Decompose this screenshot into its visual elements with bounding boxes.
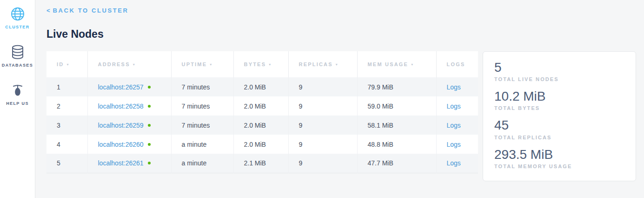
table-row: 2 localhost:26258 7 minutes 2.0 MiB 9 59… (46, 96, 478, 116)
sort-arrow-icon: ▾ (66, 62, 69, 67)
address-cell: localhost:26260 (87, 135, 171, 154)
sort-arrow-icon: ▾ (336, 62, 339, 67)
summary-label: TOTAL BYTES (494, 105, 624, 111)
chevron-left-icon: < (46, 7, 50, 14)
summary-total-live-nodes: 5 TOTAL LIVE NODES (494, 60, 624, 82)
column-header-mem-usage[interactable]: MEM USAGE▾ (357, 51, 436, 77)
address-link[interactable]: localhost:26259 (98, 122, 144, 129)
sort-arrow-icon: ▾ (133, 62, 136, 67)
uptime-cell: 7 minutes (171, 77, 233, 96)
node-live-icon (148, 105, 151, 108)
cluster-summary-card: 5 TOTAL LIVE NODES 10.2 MiB TOTAL BYTES … (483, 51, 636, 181)
bytes-cell: 2.0 MiB (233, 135, 288, 154)
address-link[interactable]: localhost:26257 (98, 83, 144, 91)
databases-icon (11, 45, 24, 60)
node-live-icon (148, 143, 151, 146)
summary-label: TOTAL MEMORY USAGE (494, 164, 624, 169)
node-live-icon (148, 162, 151, 164)
logs-cell: Logs (436, 77, 478, 96)
replicas-cell: 9 (288, 154, 357, 173)
bytes-cell: 2.0 MiB (233, 116, 288, 135)
address-cell: localhost:26259 (87, 116, 171, 135)
summary-total-replicas: 45 TOTAL REPLICAS (494, 118, 624, 140)
column-header-bytes[interactable]: BYTES▾ (233, 51, 288, 77)
bytes-cell: 2.0 MiB (233, 96, 288, 116)
logs-cell: Logs (436, 116, 478, 135)
column-header-logs: LOGS (436, 51, 478, 77)
main-content: <BACK TO CLUSTER Live Nodes ID▾ ADDRESS▾… (35, 0, 644, 198)
address-link[interactable]: localhost:26261 (98, 159, 144, 167)
summary-label: TOTAL LIVE NODES (494, 76, 624, 82)
uptime-cell: a minute (171, 154, 233, 173)
sidebar-item-cluster[interactable]: CLUSTER (5, 7, 29, 29)
sidebar: CLUSTER DATABASES HELP US (0, 0, 35, 198)
logs-link[interactable]: Logs (447, 102, 461, 110)
bug-icon (12, 83, 23, 98)
logs-link[interactable]: Logs (447, 122, 461, 129)
back-to-cluster-link[interactable]: <BACK TO CLUSTER (46, 7, 129, 14)
table-row: 5 localhost:26261 a minute 2.1 MiB 9 47.… (46, 154, 478, 173)
id-cell: 1 (46, 77, 87, 96)
address-link[interactable]: localhost:26260 (98, 141, 144, 148)
summary-total-bytes: 10.2 MiB TOTAL BYTES (494, 89, 624, 111)
replicas-cell: 9 (288, 135, 357, 154)
mem-usage-cell: 79.9 MiB (357, 77, 436, 96)
id-cell: 2 (46, 96, 87, 116)
logs-cell: Logs (436, 135, 478, 154)
column-header-uptime[interactable]: UPTIME▾ (171, 51, 233, 77)
summary-value: 293.5 MiB (494, 147, 624, 162)
mem-usage-cell: 59.0 MiB (357, 96, 436, 116)
uptime-cell: 7 minutes (171, 96, 233, 116)
replicas-cell: 9 (288, 77, 357, 96)
uptime-cell: 7 minutes (171, 116, 233, 135)
column-header-address[interactable]: ADDRESS▾ (87, 51, 171, 77)
table-row: 1 localhost:26257 7 minutes 2.0 MiB 9 79… (46, 77, 478, 96)
logs-link[interactable]: Logs (447, 83, 461, 91)
sidebar-item-label: HELP US (6, 101, 29, 106)
logs-link[interactable]: Logs (447, 141, 461, 148)
column-header-replicas[interactable]: REPLICAS▾ (288, 51, 357, 77)
sidebar-item-help-us[interactable]: HELP US (6, 83, 29, 106)
sort-arrow-icon: ▾ (269, 62, 272, 67)
summary-value: 45 (494, 118, 624, 133)
summary-value: 10.2 MiB (494, 89, 624, 104)
sidebar-item-label: CLUSTER (5, 25, 29, 29)
bytes-cell: 2.0 MiB (233, 77, 288, 96)
address-cell: localhost:26257 (87, 77, 171, 96)
back-link-label: BACK TO CLUSTER (53, 7, 129, 14)
logs-link[interactable]: Logs (447, 159, 461, 167)
mem-usage-cell: 48.8 MiB (357, 135, 436, 154)
id-cell: 5 (46, 154, 87, 173)
mem-usage-cell: 58.1 MiB (357, 116, 436, 135)
node-live-icon (148, 86, 151, 89)
sort-arrow-icon: ▾ (411, 62, 414, 67)
sort-arrow-icon: ▾ (210, 62, 212, 67)
id-cell: 3 (46, 116, 87, 135)
replicas-cell: 9 (288, 116, 357, 135)
address-cell: localhost:26261 (87, 154, 171, 173)
live-nodes-table: ID▾ ADDRESS▾ UPTIME▾ BYTES▾ REPLICAS▾ ME… (46, 51, 478, 173)
uptime-cell: a minute (171, 135, 233, 154)
logs-cell: Logs (436, 96, 478, 116)
address-link[interactable]: localhost:26258 (98, 102, 144, 110)
sidebar-item-databases[interactable]: DATABASES (2, 45, 33, 68)
globe-icon (11, 7, 25, 21)
page-title: Live Nodes (46, 28, 644, 41)
sidebar-item-label: DATABASES (2, 63, 33, 68)
logs-cell: Logs (436, 154, 478, 173)
bytes-cell: 2.1 MiB (233, 154, 288, 173)
summary-label: TOTAL REPLICAS (494, 135, 624, 140)
table-row: 3 localhost:26259 7 minutes 2.0 MiB 9 58… (46, 116, 478, 135)
replicas-cell: 9 (288, 96, 357, 116)
address-cell: localhost:26258 (87, 96, 171, 116)
table-row: 4 localhost:26260 a minute 2.0 MiB 9 48.… (46, 135, 478, 154)
node-live-icon (148, 124, 151, 127)
summary-value: 5 (494, 60, 624, 75)
table-header-row: ID▾ ADDRESS▾ UPTIME▾ BYTES▾ REPLICAS▾ ME… (46, 51, 478, 77)
summary-total-memory-usage: 293.5 MiB TOTAL MEMORY USAGE (494, 147, 624, 169)
column-header-id[interactable]: ID▾ (46, 51, 87, 77)
mem-usage-cell: 47.7 MiB (357, 154, 436, 173)
id-cell: 4 (46, 135, 87, 154)
